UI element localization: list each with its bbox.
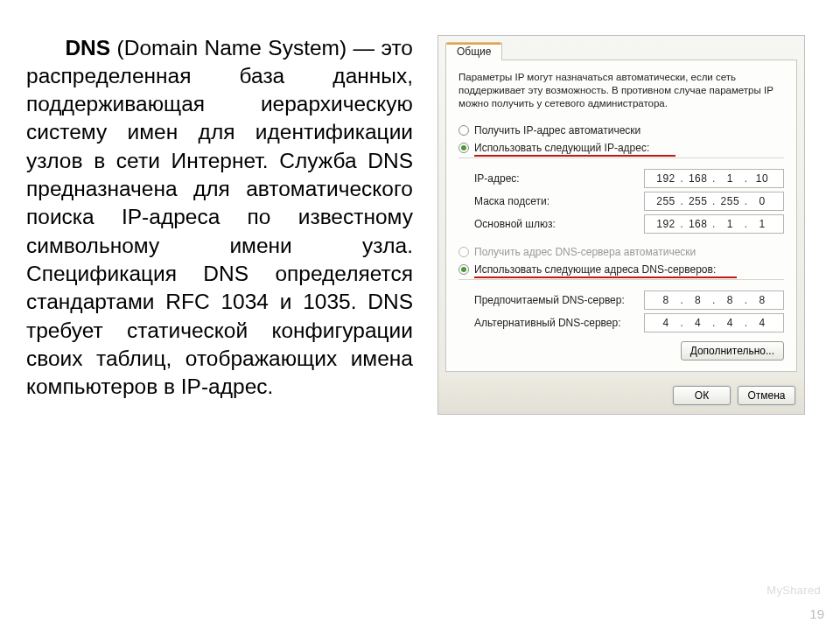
- watermark: MyShared: [766, 584, 821, 597]
- cancel-button[interactable]: Отмена: [738, 386, 795, 405]
- tab-general[interactable]: Общие: [445, 42, 502, 60]
- radio-icon: [458, 125, 469, 136]
- radio-icon: [458, 143, 469, 153]
- subnet-mask-input[interactable]: 255. 255. 255. 0: [644, 192, 784, 211]
- ok-button[interactable]: ОК: [673, 386, 731, 405]
- intro-text: Параметры IP могут назначаться автоматич…: [458, 71, 784, 110]
- advanced-button[interactable]: Дополнительно...: [681, 341, 784, 360]
- preferred-dns-input[interactable]: 8. 8. 8. 8: [644, 290, 784, 310]
- radio-use-following-dns[interactable]: Использовать следующие адреса DNS-сервер…: [458, 263, 784, 276]
- radio-obtain-dns-auto: Получить адрес DNS-сервера автоматически: [458, 246, 784, 258]
- dns-body: (Domain Name System) — это распределенна…: [26, 36, 413, 399]
- tcpip-properties-dialog: Общие Параметры IP могут назначаться авт…: [438, 35, 805, 415]
- radio-icon: [458, 264, 469, 275]
- highlight-underline: [474, 155, 676, 157]
- alternate-dns-input[interactable]: 4. 4. 4. 4: [644, 313, 784, 332]
- radio-obtain-ip-auto[interactable]: Получить IP-адрес автоматически: [458, 124, 784, 136]
- dns-paragraph: DNS (Domain Name System) — это распредел…: [26, 34, 413, 402]
- subnet-mask-label: Маска подсети:: [474, 195, 550, 207]
- radio-use-following-ip[interactable]: Использовать следующий IP-адрес:: [458, 142, 784, 154]
- dns-lead: DNS: [65, 36, 110, 60]
- alternate-dns-label: Альтернативный DNS-сервер:: [474, 317, 621, 329]
- preferred-dns-label: Предпочитаемый DNS-сервер:: [474, 294, 625, 306]
- ip-address-input[interactable]: 192. 168. 1. 10: [644, 169, 784, 188]
- page-number: 19: [809, 606, 824, 621]
- highlight-underline: [474, 276, 737, 278]
- default-gateway-input[interactable]: 192. 168. 1. 1: [644, 214, 784, 234]
- ip-address-label: IP-адрес:: [474, 172, 520, 185]
- radio-icon: [458, 247, 469, 257]
- default-gateway-label: Основной шлюз:: [474, 218, 556, 230]
